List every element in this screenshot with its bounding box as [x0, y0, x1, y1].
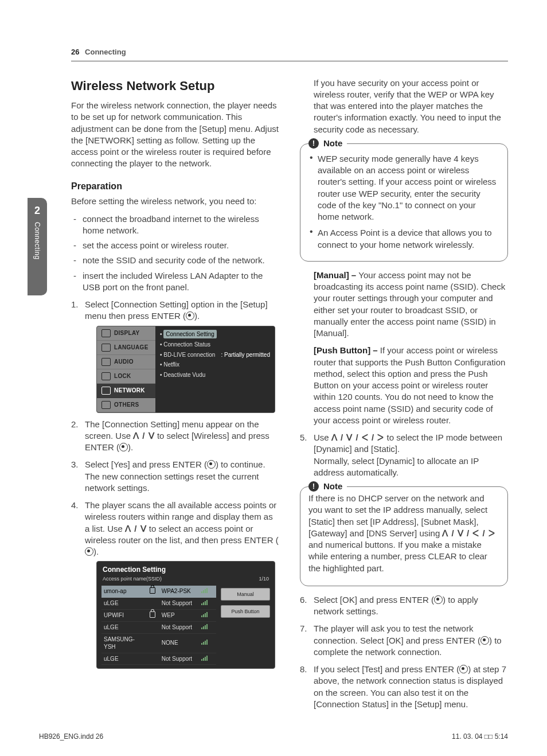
note-box-1: !Note WEP security mode generally have 4…	[300, 143, 508, 262]
updown-arrows-icon: ᐱ / ᐯ	[133, 431, 155, 441]
step-7: 7. The player will ask you to test the n…	[300, 623, 508, 658]
steps-list-right: 5. Use ᐱ / ᐯ / ᐸ / ᐳ to select the IP mo…	[300, 432, 508, 478]
section-name: Connecting	[85, 48, 126, 56]
steps-list: 1. Select [Connection Setting] option in…	[71, 299, 279, 669]
enter-icon	[434, 595, 443, 604]
ap-row: uLGENot Support	[101, 653, 216, 665]
running-header: 26 Connecting	[71, 47, 508, 57]
chapter-side-tab: 2 Connecting	[28, 198, 47, 295]
others-icon	[101, 401, 111, 409]
enter-icon	[480, 636, 489, 645]
setup-sidebar-item: OTHERS	[97, 398, 155, 412]
header-rule	[71, 61, 508, 61]
page-title: Wireless Network Setup	[71, 77, 279, 95]
ap-row: uLGENot Support	[101, 622, 216, 634]
updown-arrows-icon: ᐱ / ᐯ	[125, 524, 147, 533]
prep-item: set the access point or wireless router.	[71, 240, 279, 251]
note-bang-icon: !	[308, 481, 319, 492]
enter-icon	[459, 665, 468, 673]
ap-list: umon-apWPA2-PSKuLGENot SupportUPWIFIWEPu…	[101, 586, 216, 665]
footer-right: 11. 03. 04 □□ 5:14	[452, 732, 508, 741]
step-2: 2. The [Connection Setting] menu appear …	[71, 419, 279, 454]
note2-text: If there is no DHCP server on the networ…	[308, 493, 499, 574]
setup-menu-screenshot: DISPLAY LANGUAGE AUDIO LOCK NETWORK OTHE…	[96, 326, 275, 413]
setup-sidebar: DISPLAY LANGUAGE AUDIO LOCK NETWORK OTHE…	[97, 326, 155, 412]
step-1: 1. Select [Connection Setting] option in…	[71, 299, 279, 413]
enter-icon	[207, 460, 216, 469]
display-icon	[101, 329, 111, 337]
connection-setting-screenshot: Connection Setting Access point name(SSI…	[96, 561, 275, 669]
pushbutton-paragraph: [Push Button] – If your access point or …	[300, 345, 508, 426]
ap-row: UPWIFIWEP	[101, 609, 216, 622]
lock-icon	[150, 587, 155, 594]
lock-icon	[150, 611, 155, 618]
manual-paragraph: [Manual] – Your access point may not be …	[300, 270, 508, 340]
setup-sidebar-item: LOCK	[97, 369, 155, 384]
prep-item: note the SSID and security code of the n…	[71, 255, 279, 266]
step-6: 6. Select [OK] and press ENTER () to app…	[300, 594, 508, 618]
enter-icon	[85, 547, 93, 556]
preparation-heading: Preparation	[71, 180, 279, 193]
ap-row: SAMSUNG-YSHNONE	[101, 633, 216, 653]
prep-item: insert the included Wireless LAN Adapter…	[71, 270, 279, 294]
step-4: 4. The player scans the all available ac…	[71, 500, 279, 669]
left-column: Wireless Network Setup For the wireless …	[71, 77, 279, 716]
enter-icon	[119, 443, 128, 451]
steps-list-right-2: 6. Select [OK] and press ENTER () to app…	[300, 594, 508, 710]
chapter-label: Connecting	[33, 222, 42, 260]
note-item: WEP security mode generally have 4 keys …	[308, 153, 499, 223]
prep-item: connect the broadband internet to the wi…	[71, 213, 279, 237]
step-5: 5. Use ᐱ / ᐯ / ᐸ / ᐳ to select the IP mo…	[300, 432, 508, 478]
setup-sidebar-item: LANGUAGE	[97, 341, 155, 355]
footer-left: HB926_ENG.indd 26	[39, 732, 103, 741]
ap-row: umon-apWPA2-PSK	[101, 586, 216, 598]
page-number: 26	[71, 48, 79, 56]
note-bang-icon: !	[308, 138, 319, 149]
setup-main-panel: • Connection Setting • Connection Status…	[155, 326, 275, 412]
enter-icon	[186, 311, 194, 320]
preparation-list: connect the broadband internet to the wi…	[71, 213, 279, 294]
step-8: 8. If you select [Test] and press ENTER …	[300, 664, 508, 710]
right-column: If you have security on your access poin…	[300, 77, 508, 716]
note-label: Note	[323, 481, 342, 492]
step-3: 3. Select [Yes] and press ENTER () to co…	[71, 459, 279, 494]
print-footer: HB926_ENG.indd 26 11. 03. 04 □□ 5:14	[39, 732, 508, 741]
language-icon	[101, 344, 111, 352]
ap-row: uLGENot Support	[101, 598, 216, 610]
push-button-button: Push Button	[221, 605, 270, 618]
audio-icon	[101, 358, 111, 366]
lock-icon	[101, 372, 111, 380]
nav-arrows-icon: ᐱ / ᐯ / ᐸ / ᐳ	[442, 528, 495, 538]
setup-sidebar-item: DISPLAY	[97, 326, 155, 341]
network-icon	[101, 387, 111, 395]
setup-sidebar-item: NETWORK	[97, 384, 155, 398]
note-label: Note	[323, 138, 342, 149]
nav-arrows-icon: ᐱ / ᐯ / ᐸ / ᐳ	[331, 432, 385, 442]
manual-button: Manual	[221, 588, 270, 601]
intro-paragraph: For the wireless network connection, the…	[71, 100, 279, 170]
security-paragraph: If you have security on your access poin…	[300, 77, 508, 135]
chapter-number: 2	[28, 204, 47, 217]
preparation-lead: Before setting the wireless network, you…	[71, 196, 279, 207]
note-box-2: !Note If there is no DHCP server on the …	[300, 486, 508, 586]
note-item: An Access Point is a device that allows …	[308, 227, 499, 251]
setup-sidebar-item: AUDIO	[97, 355, 155, 369]
